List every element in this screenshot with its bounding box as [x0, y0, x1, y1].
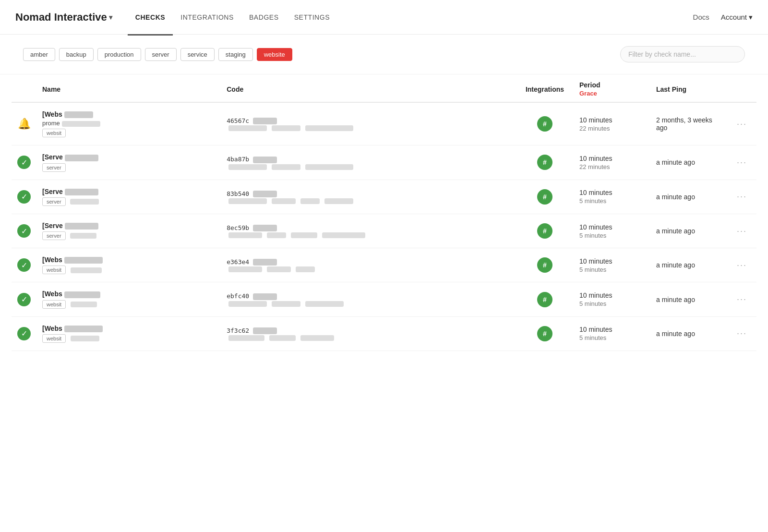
table-header: Name Code Integrations Period Grace Last… [12, 74, 756, 102]
filter-wrap [620, 46, 745, 62]
code-blur [253, 225, 277, 231]
check-tag[interactable]: websit [42, 266, 66, 274]
lastping-value: a minute ago [656, 330, 695, 338]
name-blur2 [62, 121, 100, 127]
lastping-cell: a minute ago [650, 145, 727, 180]
status-cell: 🔔 [12, 102, 36, 145]
check-tag[interactable]: websit [42, 129, 66, 137]
lastping-cell: 2 months, 3 weeks ago [650, 102, 727, 145]
status-ok-icon: ✓ [17, 190, 31, 204]
name-cell: [Serve server [36, 214, 221, 248]
check-name[interactable]: [Webs [42, 110, 215, 118]
period-value: 10 minutes [579, 116, 645, 124]
grace-value: 5 minutes [579, 300, 645, 307]
row-more-button[interactable]: ··· [733, 156, 751, 169]
actions-cell: ··· [727, 316, 756, 351]
row-more-button[interactable]: ··· [733, 190, 751, 204]
tag-server[interactable]: server [145, 48, 177, 61]
col-name: Name [36, 74, 221, 102]
name-cell: [Serve server [36, 180, 221, 214]
nav-settings[interactable]: SETTINGS [287, 10, 338, 25]
actions-cell: ··· [727, 145, 756, 180]
name-blur [65, 155, 98, 161]
nav-integrations[interactable]: INTEGRATIONS [173, 10, 241, 25]
grace-value: 5 minutes [579, 232, 645, 239]
table-row: ✓ [Serve server 8ec59b [12, 214, 756, 248]
period-value: 10 minutes [579, 223, 645, 231]
integrations-cell: # [516, 102, 574, 145]
row-more-button[interactable]: ··· [733, 258, 751, 272]
period-value: 10 minutes [579, 326, 645, 333]
period-cell: 10 minutes 5 minutes [574, 248, 650, 282]
code-cell: 83b540 [221, 180, 516, 214]
brand[interactable]: Nomad Interactive ▾ [15, 11, 112, 24]
main-nav: CHECKS INTEGRATIONS BADGES SETTINGS [128, 10, 693, 25]
status-cell: ✓ [12, 316, 36, 351]
lastping-value: a minute ago [656, 261, 695, 269]
tag-service[interactable]: service [180, 48, 215, 61]
code-value: 4ba87b [227, 156, 249, 163]
integrations-cell: # [516, 282, 574, 316]
row-more-button[interactable]: ··· [733, 292, 751, 306]
col-code: Code [221, 74, 516, 102]
code-blur [253, 293, 277, 300]
row-more-button[interactable]: ··· [733, 326, 751, 340]
period-value: 10 minutes [579, 291, 645, 299]
name-blur [64, 257, 103, 264]
docs-link[interactable]: Docs [693, 13, 709, 21]
col-actions [727, 74, 756, 102]
tag-staging[interactable]: staging [218, 48, 253, 61]
account-button[interactable]: Account ▾ [721, 13, 753, 22]
col-grace-label: Grace [579, 90, 645, 97]
row-more-button[interactable]: ··· [733, 117, 751, 131]
check-tag[interactable]: server [42, 231, 66, 240]
integrations-cell: # [516, 180, 574, 214]
actions-cell: ··· [727, 282, 756, 316]
tag-website[interactable]: website [257, 48, 292, 61]
tag-backup[interactable]: backup [59, 48, 94, 61]
code-value: 3f3c62 [227, 327, 249, 334]
check-tag[interactable]: websit [42, 334, 66, 343]
grace-value: 22 minutes [579, 163, 645, 170]
tag-production[interactable]: production [97, 48, 141, 61]
nav-checks[interactable]: CHECKS [128, 10, 173, 25]
check-name[interactable]: [Webs [42, 256, 215, 264]
actions-cell: ··· [727, 214, 756, 248]
tags-group: amber backup production server service s… [23, 48, 620, 61]
integration-icon: # [537, 223, 552, 239]
check-name[interactable]: [Serve [42, 153, 215, 161]
integration-icon: # [537, 155, 552, 170]
name-blur [64, 326, 103, 332]
code-blur [253, 191, 277, 197]
code-cell: 3f3c62 [221, 316, 516, 351]
period-value: 10 minutes [579, 189, 645, 196]
table-row: ✓ [Serve server 83b540 [12, 180, 756, 214]
check-tag[interactable]: server [42, 197, 66, 206]
status-cell: ✓ [12, 180, 36, 214]
period-cell: 10 minutes 22 minutes [574, 145, 650, 180]
header-right: Docs Account ▾ [693, 13, 753, 22]
lastping-value: 2 months, 3 weeks ago [656, 116, 712, 132]
code-value: e363e4 [227, 258, 249, 266]
actions-cell: ··· [727, 180, 756, 214]
checks-table: Name Code Integrations Period Grace Last… [12, 74, 756, 351]
filter-input[interactable] [620, 46, 745, 62]
filters-row: amber backup production server service s… [0, 35, 768, 74]
period-cell: 10 minutes 5 minutes [574, 282, 650, 316]
tag-amber[interactable]: amber [23, 48, 55, 61]
account-arrow: ▾ [749, 13, 753, 22]
check-tag[interactable]: websit [42, 300, 66, 309]
check-name[interactable]: [Webs [42, 290, 215, 298]
period-cell: 10 minutes 22 minutes [574, 102, 650, 145]
check-tag[interactable]: server [42, 163, 66, 172]
code-cell: 8ec59b [221, 214, 516, 248]
check-name[interactable]: [Serve [42, 222, 215, 230]
integrations-cell: # [516, 214, 574, 248]
nav-badges[interactable]: BADGES [241, 10, 287, 25]
status-cell: ✓ [12, 248, 36, 282]
actions-cell: ··· [727, 248, 756, 282]
brand-dropdown-arrow: ▾ [109, 13, 112, 21]
row-more-button[interactable]: ··· [733, 224, 751, 238]
check-name[interactable]: [Serve [42, 188, 215, 195]
check-name[interactable]: [Webs [42, 325, 215, 332]
